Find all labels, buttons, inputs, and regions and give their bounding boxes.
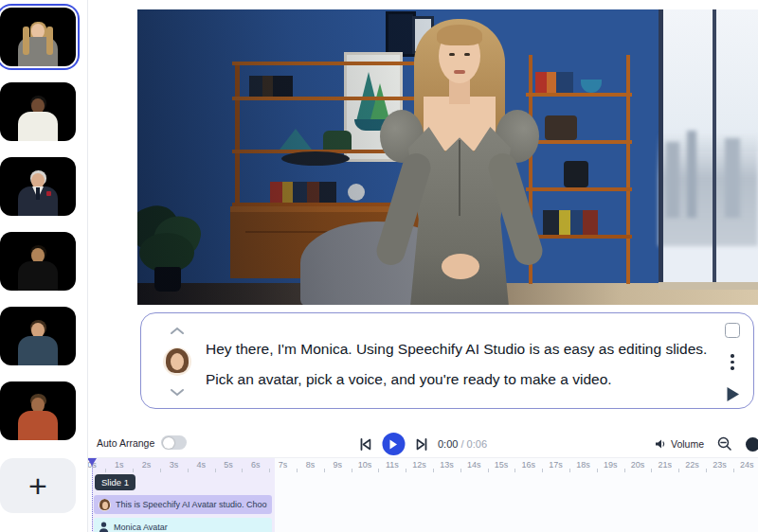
avatar-thumbnail-monica-gray-dress[interactable] <box>0 8 76 66</box>
zoom-slider-knob[interactable] <box>746 437 758 452</box>
avatar-sidebar: + <box>0 0 88 532</box>
chevron-down-icon[interactable] <box>170 388 185 397</box>
speaker-icon <box>655 438 667 450</box>
app-window: + <box>0 0 758 532</box>
presenter-avatar-monica <box>365 17 554 305</box>
script-clip[interactable]: This is Speechify AI Avatar studio. Choo… <box>94 495 272 514</box>
time-display: 0:00 / 0:06 <box>438 438 487 450</box>
skip-to-end-button[interactable] <box>415 438 427 451</box>
auto-arrange-label: Auto Arrange <box>97 437 154 449</box>
script-checkbox[interactable] <box>725 323 740 338</box>
zoom-out-icon[interactable] <box>717 436 732 452</box>
timeline-ruler[interactable]: 0s1s2s3s4s5s6s7s8s9s10s11s12s13s14s15s16… <box>88 458 758 475</box>
add-avatar-button[interactable]: + <box>0 458 76 513</box>
video-preview[interactable] <box>137 9 758 305</box>
play-icon <box>388 439 397 450</box>
more-options-icon[interactable] <box>729 352 735 371</box>
avatar-thumbnail-woman-orange-dress[interactable] <box>0 381 76 440</box>
avatar-clip[interactable]: Monica Avatar <box>94 518 272 532</box>
person-icon <box>99 522 109 532</box>
speaker-avatar[interactable] <box>163 347 191 376</box>
script-text[interactable]: Hey there, I'm Monica. Using Speechify A… <box>206 334 725 395</box>
avatar-thumbnail-older-man-suit[interactable] <box>0 157 76 216</box>
timeline: 0s1s2s3s4s5s6s7s8s9s10s11s12s13s14s15s16… <box>88 457 758 532</box>
slide-badge[interactable]: Slide 1 <box>95 474 135 490</box>
avatar-thumbnail-man-white-shirt[interactable] <box>0 82 76 141</box>
desk-lamp <box>281 151 350 166</box>
script-box: Hey there, I'm Monica. Using Speechify A… <box>140 312 754 409</box>
volume-label: Volume <box>671 438 704 450</box>
play-button[interactable] <box>382 433 405 455</box>
clip-avatar-icon <box>99 499 111 511</box>
left-shelf <box>235 62 240 224</box>
avatar-thumbnail-man-navy-polo[interactable] <box>0 307 76 365</box>
avatar-thumbnail-man-black-tshirt[interactable] <box>0 232 76 291</box>
volume-button[interactable]: Volume <box>655 438 704 450</box>
skip-to-start-button[interactable] <box>359 438 371 451</box>
play-script-icon[interactable] <box>726 386 740 402</box>
window <box>659 9 758 290</box>
chevron-up-icon[interactable] <box>170 327 185 335</box>
auto-arrange-toggle[interactable] <box>161 435 187 450</box>
playback-controls: Auto Arrange 0:00 / 0:06 Volume <box>88 431 758 457</box>
